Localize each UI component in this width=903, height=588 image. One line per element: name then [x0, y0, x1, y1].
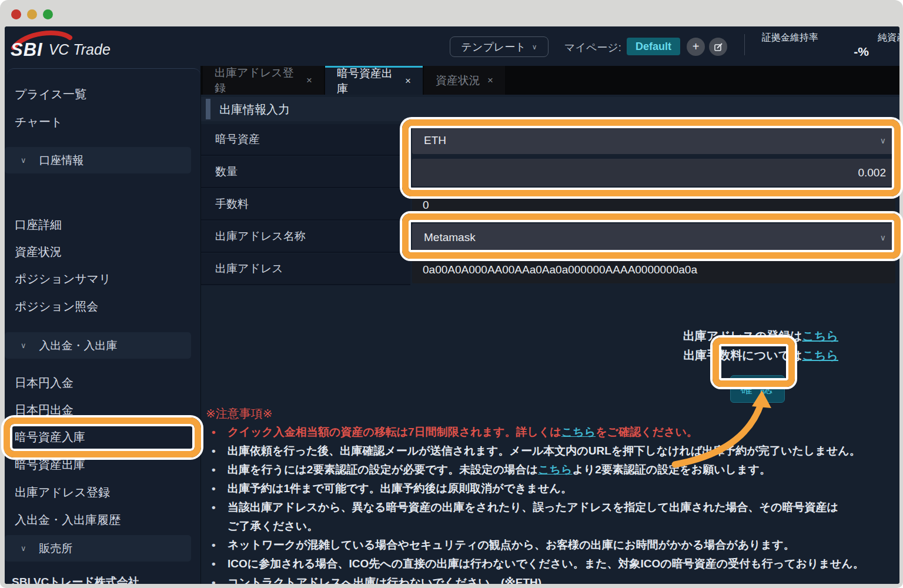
sidebar-item-withdraw-address-register[interactable]: 出庫アドレス登録	[5, 480, 200, 504]
close-window-icon[interactable]	[11, 9, 21, 19]
note-text: 出庫予約は1件まで可能です。出庫予約後は原則取消ができません。	[228, 479, 572, 498]
withdraw-address-name-select[interactable]: Metamask ∨	[412, 223, 895, 251]
macos-window-frame: SBIVC Trade テンプレート ∨ マイページ: Default + 証拠…	[0, 0, 903, 588]
sidebar-item-chart[interactable]: チャート	[5, 110, 200, 133]
app-window: SBIVC Trade テンプレート ∨ マイページ: Default + 証拠…	[5, 26, 899, 584]
address-register-line: 出庫アドレスの登録はこちら	[544, 326, 838, 346]
withdraw-address-name-value: Metamask	[424, 231, 476, 244]
link-prefix: 出庫アドレスの登録は	[683, 329, 802, 342]
sidebar-item-label: 入出金・入出庫履歴	[15, 512, 121, 528]
sidebar-item-jpy-deposit[interactable]: 日本円入金	[5, 371, 200, 395]
note-reservation-limit: • 出庫予約は1件まで可能です。出庫予約後は原則取消ができません。	[205, 479, 899, 498]
field-label: 出庫アドレス	[201, 253, 410, 285]
sidebar-section-label: 入出金・入出庫	[39, 338, 118, 353]
address-register-link[interactable]: こちら	[802, 329, 838, 342]
net-asset-label: 純資産	[878, 32, 899, 44]
sidebar-item-crypto-withdraw[interactable]: 暗号資産出庫	[5, 453, 200, 476]
tab-asset-status[interactable]: 資産状況 ×	[424, 66, 505, 95]
sidebar-item-crypto-deposit[interactable]: 暗号資産入庫	[5, 425, 200, 449]
note-wrong-address-cont: ご了承ください。	[205, 517, 899, 536]
sidebar-item-history[interactable]: 入出金・入出庫履歴	[5, 508, 200, 532]
tab-withdraw-address-register[interactable]: 出庫アドレス登録 ×	[203, 66, 324, 95]
section-header-band: 出庫情報入力	[201, 97, 899, 121]
chevron-down-icon: ∨	[21, 341, 26, 350]
sidebar-item-label: 暗号資産出庫	[15, 457, 85, 473]
template-button-label: テンプレート	[461, 40, 526, 54]
fee-info-line: 出庫手数料についてはこちら	[544, 346, 838, 365]
close-icon[interactable]: ×	[405, 75, 411, 87]
margin-rate-label: 証拠金維持率	[762, 32, 818, 44]
template-button[interactable]: テンプレート ∨	[450, 36, 549, 57]
quick-deposit-link[interactable]: こちら	[561, 426, 596, 438]
edit-page-button[interactable]	[709, 38, 727, 56]
sidebar-item-label: 日本円入金	[15, 375, 73, 391]
brand-vc-trade: VC Trade	[49, 41, 111, 58]
sidebar-item-jpy-withdraw[interactable]: 日本円出金	[5, 398, 200, 422]
note-text: をご確認ください。	[596, 426, 698, 438]
bullet-icon: •	[212, 536, 220, 554]
zoom-window-icon[interactable]	[43, 9, 53, 19]
add-page-button[interactable]: +	[687, 38, 705, 56]
note-text: ICOに参加される場合、ICO先への直接の出庫は行わないでください。また、対象I…	[228, 554, 864, 573]
bullet-icon: •	[212, 498, 220, 517]
note-text: 当該出庫アドレスから、異なる暗号資産の出庫をされたり、誤ったアドレスを指定して出…	[228, 498, 838, 517]
withdraw-address-input[interactable]: 0a00A0A000AA00AAa0Aa0a000000AAAA0000000a…	[412, 256, 895, 283]
quantity-value: 0.002	[858, 166, 886, 179]
confirm-button[interactable]: 確 認	[730, 375, 785, 403]
note-text: 出庫依頼を行った後、出庫確認メールが送信されます。メール本文内のURLを押下しな…	[228, 442, 861, 460]
fee-info-link[interactable]: こちら	[802, 349, 838, 362]
crypto-asset-select[interactable]: ETH ∨	[412, 126, 895, 154]
note-2fa: • 出庫を行うには2要素認証の設定が必要です。未設定の場合はこちらより2要素認証…	[205, 460, 899, 479]
macos-titlebar	[0, 0, 903, 26]
bullet-icon: •	[212, 423, 220, 442]
note-text: ネットワークが混雑している場合やセキュリティの観点から、お客様の出庫にお時間がか…	[228, 536, 795, 554]
sidebar-item-label: 口座詳細	[15, 217, 62, 233]
margin-rate-value: -%	[828, 45, 869, 59]
sidebar-item-account-detail[interactable]: 口座詳細	[5, 213, 200, 236]
sidebar-item-label: プライス一覧	[15, 86, 86, 102]
close-icon[interactable]: ×	[306, 75, 312, 86]
section-title: 出庫情報入力	[219, 102, 290, 118]
sidebar-item-position-summary[interactable]: ポジションサマリ	[5, 267, 200, 290]
quantity-input[interactable]: 0.002	[412, 159, 895, 186]
sidebar-item-label: ポジションサマリ	[15, 271, 111, 287]
fee-value: 0	[423, 199, 429, 212]
sidebar-section-deposit-withdraw[interactable]: ∨ 入出金・入出庫	[5, 332, 191, 359]
chevron-down-icon: ∨	[532, 43, 537, 51]
sidebar-item-asset-status[interactable]: 資産状況	[5, 240, 200, 263]
withdraw-address-value: 0a00A0A000AA00AAa0Aa0a000000AAAA0000000a…	[423, 263, 697, 276]
form-row-address-name: 出庫アドレス名称 Metamask ∨	[201, 221, 899, 253]
screenshot-stage: SBIVC Trade テンプレート ∨ マイページ: Default + 証拠…	[0, 0, 903, 588]
note-network-congestion: • ネットワークが混雑している場合やセキュリティの観点から、お客様の出庫にお時間…	[205, 536, 899, 554]
form-row-address: 出庫アドレス 0a00A0A000AA00AAa0Aa0a000000AAAA0…	[201, 253, 899, 286]
link-prefix: 出庫手数料については	[683, 349, 802, 362]
sidebar-section-exchange[interactable]: ∨ 販売所	[5, 535, 191, 562]
close-icon[interactable]: ×	[487, 75, 493, 86]
note-wrong-address: • 当該出庫アドレスから、異なる暗号資産の出庫をされたり、誤ったアドレスを指定し…	[205, 498, 899, 517]
note-text: より2要素認証の設定をお願いします。	[572, 463, 771, 476]
sidebar-item-label: チャート	[15, 114, 62, 130]
tab-crypto-withdraw[interactable]: 暗号資産出庫 ×	[325, 66, 423, 95]
sidebar-section-label: 口座情報	[39, 153, 84, 168]
chevron-down-icon: ∨	[21, 156, 26, 165]
form-row-crypto-asset: 暗号資産 ETH ∨	[201, 124, 899, 156]
sidebar-item-position-inquiry[interactable]: ポジション照会	[5, 295, 200, 318]
tab-label: 暗号資産出庫	[337, 66, 398, 96]
sidebar-item-label: 暗号資産入庫	[15, 429, 85, 445]
field-label: 暗号資産	[201, 124, 410, 156]
fee-input[interactable]: 0	[412, 191, 895, 219]
form-row-fee: 手数料 0	[201, 189, 899, 221]
mypage-default-button[interactable]: Default	[627, 38, 680, 55]
crypto-asset-value: ETH	[424, 134, 446, 147]
sidebar-item-price-list[interactable]: プライス一覧	[5, 82, 200, 106]
tab-label: 出庫アドレス登録	[215, 65, 299, 96]
chevron-down-icon: ∨	[880, 136, 886, 145]
edit-pencil-icon	[714, 42, 723, 52]
form-row-quantity: 数量 0.002	[201, 156, 899, 189]
minimize-window-icon[interactable]	[27, 9, 37, 19]
sidebar-item-label: 資産状況	[15, 244, 62, 260]
note-text: クイック入金相当額の資産の移転は7日間制限されます。詳しくは	[228, 426, 561, 438]
notes-section: ※注意事項※ • クイック入金相当額の資産の移転は7日間制限されます。詳しくはこ…	[205, 404, 899, 584]
sidebar-section-account-info[interactable]: ∨ 口座情報	[5, 147, 191, 173]
two-factor-link[interactable]: こちら	[538, 463, 572, 476]
